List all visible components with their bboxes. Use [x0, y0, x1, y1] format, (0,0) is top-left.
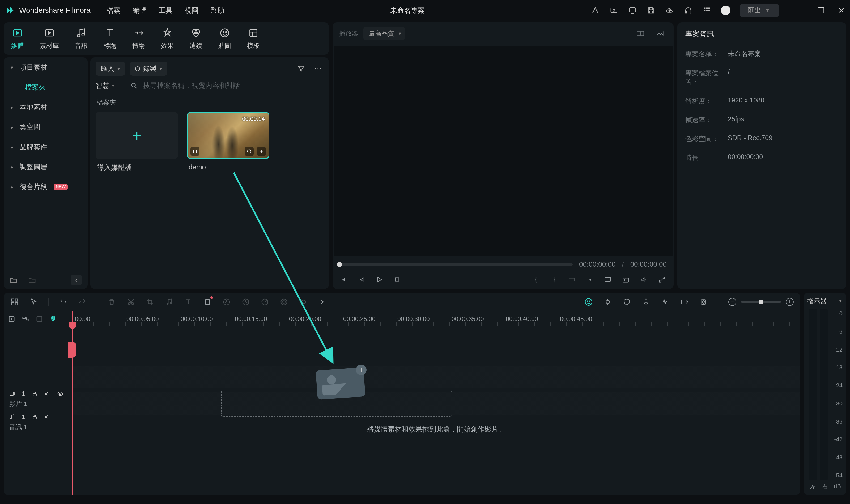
mute-icon[interactable]: [45, 414, 51, 420]
more-tools-icon[interactable]: [318, 298, 327, 306]
cloud-icon[interactable]: [665, 6, 674, 15]
fullscreen-icon[interactable]: [604, 276, 613, 283]
collapse-sidebar-button[interactable]: ‹: [71, 275, 82, 285]
lock-icon[interactable]: [32, 414, 38, 420]
ai-face-icon[interactable]: [584, 298, 593, 306]
eye-icon[interactable]: [57, 391, 64, 397]
timeline-tracks-area[interactable]: + 將媒體素材和效果拖到此處，開始創作影片。: [72, 326, 800, 495]
menu-file[interactable]: 檔案: [107, 6, 120, 15]
prev-frame-icon[interactable]: [339, 276, 348, 283]
expand-icon[interactable]: [658, 276, 667, 283]
record-screen-icon[interactable]: [609, 6, 618, 15]
sidebar-item-project[interactable]: ▾項目素材: [4, 57, 88, 77]
quality-dropdown[interactable]: 最高品質: [364, 26, 405, 40]
tool-tab-title[interactable]: 標題: [104, 27, 116, 50]
zoom-track[interactable]: [741, 301, 781, 303]
mark-out-icon[interactable]: }: [550, 275, 559, 284]
tool-tab-transition[interactable]: 轉場: [132, 27, 145, 50]
enhance-icon[interactable]: [603, 298, 612, 306]
video-track-label[interactable]: 1 影片 1: [9, 390, 67, 408]
save-icon[interactable]: [647, 6, 656, 15]
search-input[interactable]: [143, 82, 323, 90]
menu-view[interactable]: 視圖: [184, 6, 198, 15]
ratio-icon[interactable]: [568, 276, 577, 283]
export-button[interactable]: 匯出 ▼: [740, 4, 779, 17]
magnet-icon[interactable]: [49, 315, 57, 323]
audio-track-label[interactable]: 1 音訊 1: [9, 413, 67, 431]
mic-icon[interactable]: [641, 298, 651, 306]
keyframe-icon[interactable]: [699, 298, 708, 306]
tool-tab-audio[interactable]: 音訊: [75, 27, 88, 50]
filter-icon[interactable]: [295, 62, 307, 75]
import-dropdown[interactable]: 匯入▾: [95, 61, 125, 76]
mute-icon[interactable]: [45, 391, 51, 397]
sidebar-item-cloud[interactable]: ▸雲空間: [4, 117, 88, 137]
tool-tab-sticker[interactable]: 貼圖: [218, 27, 231, 50]
chevron-down-icon[interactable]: ▼: [838, 299, 843, 304]
window-close-button[interactable]: ✕: [838, 6, 845, 15]
zoom-in-button[interactable]: +: [786, 298, 794, 306]
svg-point-41: [281, 299, 287, 305]
tool-tab-filter[interactable]: 濾鏡: [190, 27, 202, 50]
clip-trim-icon[interactable]: [191, 147, 199, 156]
more-icon[interactable]: ⋯: [312, 62, 323, 75]
share-icon[interactable]: [591, 6, 600, 15]
lock-icon[interactable]: [32, 391, 38, 397]
sidebar-item-local[interactable]: ▸本地素材: [4, 97, 88, 117]
sidebar-item-compound[interactable]: ▸復合片段NEW: [4, 177, 88, 197]
scrubber[interactable]: [339, 264, 573, 266]
audio-wave-icon[interactable]: [661, 298, 670, 306]
compare-view-icon[interactable]: [633, 28, 648, 39]
window-maximize-button[interactable]: ❐: [818, 6, 825, 15]
user-avatar[interactable]: [721, 5, 730, 15]
mark-in-icon[interactable]: {: [532, 275, 540, 284]
add-track-icon[interactable]: [8, 315, 15, 323]
headphones-icon[interactable]: [684, 6, 693, 15]
image-view-icon[interactable]: [653, 28, 667, 39]
playhead[interactable]: [72, 311, 73, 495]
layout-icon[interactable]: [10, 298, 19, 306]
shield-icon[interactable]: [622, 298, 632, 306]
tool-tab-effect[interactable]: 效果: [161, 27, 174, 50]
desktop-icon[interactable]: [628, 6, 637, 15]
drop-zone[interactable]: [221, 391, 452, 417]
record-dropdown[interactable]: 錄製▾: [130, 61, 167, 76]
window-minimize-button[interactable]: —: [796, 6, 804, 15]
snapshot-icon[interactable]: [622, 276, 631, 283]
keyframe-add-icon[interactable]: [680, 298, 689, 306]
color-icon: [280, 298, 288, 306]
volume-icon[interactable]: [640, 276, 649, 283]
player-canvas[interactable]: [334, 46, 673, 256]
tool-tab-template[interactable]: 模板: [247, 27, 260, 50]
search-icon[interactable]: [130, 82, 138, 89]
svg-rect-17: [250, 30, 257, 37]
sidebar-item-adjust[interactable]: ▸調整圖層: [4, 157, 88, 177]
step-back-icon[interactable]: [357, 276, 366, 283]
media-clip-demo[interactable]: 00:00:14 +: [187, 112, 269, 159]
tool-tab-media[interactable]: 媒體: [11, 27, 24, 50]
zoom-out-button[interactable]: −: [728, 298, 736, 306]
play-icon[interactable]: [376, 276, 384, 283]
undo-icon[interactable]: [59, 298, 68, 306]
clip-add-icon[interactable]: +: [257, 147, 266, 156]
cursor-icon[interactable]: [29, 298, 38, 306]
timeline-ruler[interactable]: 00:00 00:00:05:00 00:00:10:00 00:00:15:0…: [72, 311, 800, 326]
tool-tab-stock[interactable]: 素材庫: [40, 27, 59, 50]
menu-help[interactable]: 幫助: [211, 6, 225, 15]
smart-dropdown[interactable]: 智慧▾: [95, 81, 114, 90]
link-tracks-icon[interactable]: [22, 315, 29, 323]
scrubber-thumb[interactable]: [337, 262, 342, 267]
apps-grid-icon[interactable]: [702, 6, 711, 15]
import-media-card[interactable]: +: [95, 112, 178, 159]
marker-icon[interactable]: [203, 298, 212, 306]
stop-icon[interactable]: [394, 276, 402, 283]
zoom-thumb[interactable]: [759, 300, 763, 304]
clip-effect-icon[interactable]: [245, 147, 254, 156]
menu-tools[interactable]: 工具: [159, 6, 172, 15]
sidebar-item-folder[interactable]: 檔案夾: [4, 77, 88, 97]
sidebar-item-brand[interactable]: ▸品牌套件: [4, 137, 88, 157]
menu-edit[interactable]: 編輯: [132, 6, 146, 15]
new-folder-icon[interactable]: [10, 276, 18, 284]
chevron-down-icon[interactable]: ▾: [586, 277, 595, 283]
folder-icon[interactable]: [28, 276, 36, 284]
